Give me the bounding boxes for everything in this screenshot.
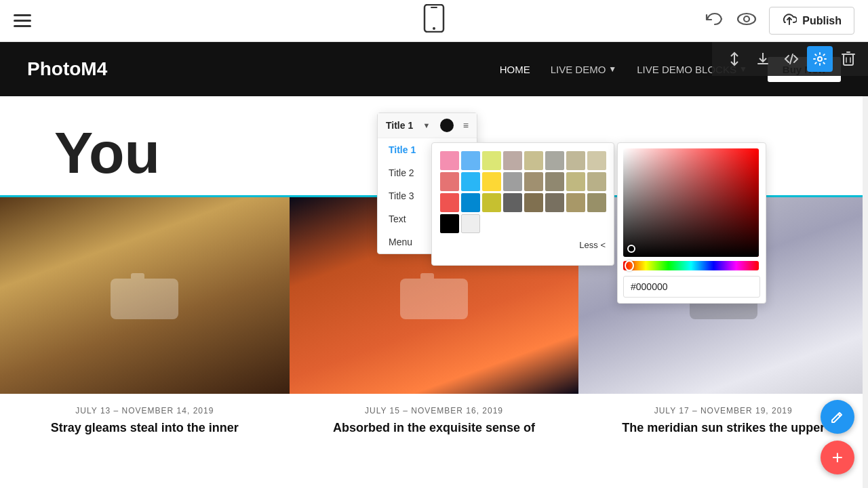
hamburger-menu[interactable] — [14, 14, 31, 27]
gradient-canvas[interactable] — [623, 148, 759, 257]
top-bar-center — [423, 4, 445, 37]
swatch-gray2[interactable] — [503, 172, 522, 191]
swatch-sand[interactable] — [566, 151, 585, 170]
svg-rect-8 — [757, 63, 768, 64]
settings-toolbar-button[interactable] — [807, 46, 833, 72]
add-fab-button[interactable]: + — [821, 441, 854, 474]
swatch-blue[interactable] — [461, 193, 480, 212]
scrollbar[interactable] — [863, 42, 868, 488]
top-bar-left — [14, 14, 31, 27]
sort-toolbar-button[interactable] — [722, 46, 747, 72]
editor-toolbar — [712, 42, 868, 76]
swatch-white[interactable] — [461, 214, 480, 233]
publish-label: Publish — [802, 15, 842, 27]
dropdown-chevron-icon: ▼ — [422, 121, 430, 129]
site-logo: PhotoM4 — [27, 58, 107, 80]
nav-live-demo[interactable]: LIVE DEMO ▼ — [551, 64, 617, 75]
svg-rect-2 — [431, 7, 437, 8]
download-toolbar-button[interactable] — [750, 46, 776, 72]
blog-date-3: JULY 17 – NOVEMBER 19, 2019 — [654, 406, 793, 415]
top-bar-right: Publish — [704, 7, 854, 35]
swatch-pink[interactable] — [440, 151, 459, 170]
dropdown-current-title: Title 1 — [386, 120, 413, 131]
swatch-gold-light[interactable] — [566, 172, 585, 191]
cloud-upload-icon — [782, 13, 797, 28]
swatch-lightblue[interactable] — [461, 151, 480, 170]
preview-eye-icon[interactable] — [736, 12, 757, 30]
svg-line-9 — [790, 54, 793, 64]
swatch-gray1[interactable] — [545, 151, 564, 170]
swatch-tan[interactable] — [524, 151, 543, 170]
blog-image-1 — [0, 197, 290, 394]
code-toolbar-button[interactable] — [778, 46, 804, 72]
nav-home[interactable]: HOME — [500, 64, 530, 75]
blog-title-3: The meridian sun strikes the upper — [608, 421, 838, 435]
swatch-olive[interactable] — [545, 172, 564, 191]
svg-rect-19 — [131, 273, 144, 280]
edit-fab-button[interactable] — [821, 400, 854, 434]
publish-button[interactable]: Publish — [769, 7, 854, 35]
less-button[interactable]: Less < — [440, 240, 606, 250]
chevron-down-icon: ▼ — [608, 64, 616, 74]
swatch-khaki[interactable] — [524, 172, 543, 191]
swatch-sky[interactable] — [461, 172, 480, 191]
svg-rect-11 — [844, 54, 853, 65]
swatch-dark-gray[interactable] — [503, 193, 522, 212]
align-icon[interactable]: ≡ — [463, 120, 469, 131]
mobile-preview-icon[interactable] — [423, 16, 445, 37]
swatch-yellow-dark[interactable] — [482, 193, 501, 212]
svg-point-1 — [433, 27, 435, 30]
color-picker-panel: Less < — [431, 142, 614, 266]
blog-card-1: JULY 13 – NOVEMBER 14, 2019 Stray gleams… — [0, 197, 290, 449]
swatch-red-light[interactable] — [440, 172, 459, 191]
svg-rect-24 — [420, 273, 434, 280]
top-bar: Publish — [0, 0, 868, 42]
svg-point-20 — [161, 282, 168, 289]
plus-icon: + — [832, 448, 843, 467]
swatch-lime[interactable] — [482, 151, 501, 170]
blog-date-2: JULY 15 – NOVEMBER 16, 2019 — [365, 406, 503, 415]
swatch-brown-light[interactable] — [503, 151, 522, 170]
svg-point-4 — [744, 16, 749, 22]
swatch-sage[interactable] — [587, 172, 606, 191]
delete-toolbar-button[interactable] — [835, 46, 861, 72]
undo-icon[interactable] — [704, 11, 724, 31]
swatch-red[interactable] — [440, 193, 459, 212]
blog-title-1: Stray gleams steal into the inner — [37, 421, 252, 435]
color-swatches — [440, 151, 606, 233]
color-dot[interactable] — [440, 119, 454, 132]
swatch-taupe[interactable] — [545, 193, 564, 212]
svg-point-10 — [818, 57, 822, 61]
swatch-yellow[interactable] — [482, 172, 501, 191]
swatch-brown[interactable] — [524, 193, 543, 212]
hex-color-input[interactable] — [623, 276, 760, 298]
swatch-bronze[interactable] — [566, 193, 585, 212]
swatch-fawn[interactable] — [587, 193, 606, 212]
gradient-picker — [617, 142, 766, 304]
blog-title-2: Absorbed in the exquisite sense of — [319, 421, 549, 435]
swatch-wheat[interactable] — [587, 151, 606, 170]
blog-date-1: JULY 13 – NOVEMBER 14, 2019 — [75, 406, 214, 415]
hue-bar-container[interactable] — [623, 261, 760, 270]
swatch-black[interactable] — [440, 214, 459, 233]
svg-point-3 — [738, 14, 755, 24]
dropdown-header: Title 1 ▼ ≡ — [378, 113, 477, 138]
